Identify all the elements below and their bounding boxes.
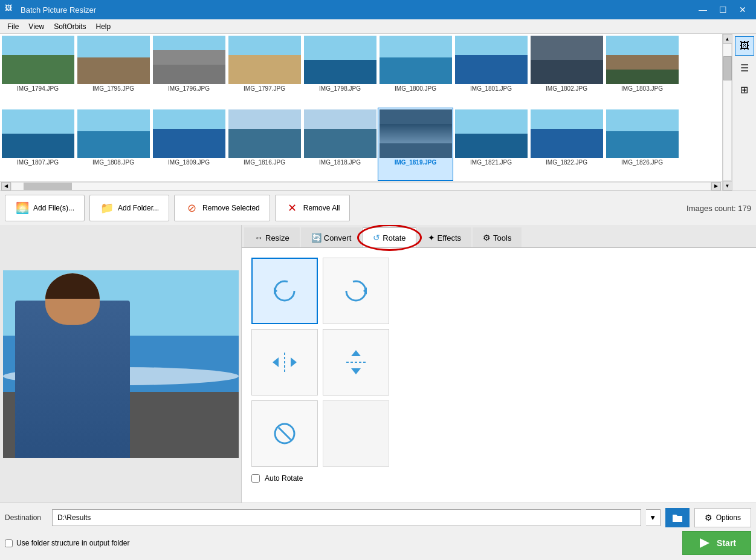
folder-structure-row: Use folder structure in output folder St… [5, 531, 751, 555]
thumb-IMG_1795[interactable]: IMG_1795.JPG [76, 34, 151, 108]
remove-rotation-button[interactable] [251, 400, 318, 467]
tab-convert[interactable]: 🔄 Convert [301, 227, 362, 247]
images-count: Images count: 179 [687, 204, 751, 213]
action-toolbar: 🌅 Add File(s)... 📁 Add Folder... ⊘ Remov… [0, 191, 756, 225]
thumb-label-1802: IMG_1802.JPG [531, 85, 603, 92]
grid-view-btn[interactable]: ⊞ [735, 80, 754, 99]
flip-horizontal-button[interactable] [251, 329, 318, 396]
convert-tab-icon: 🔄 [311, 233, 321, 243]
add-folder-button[interactable]: 📁 Add Folder... [89, 195, 169, 221]
destination-dropdown-btn[interactable]: ▼ [646, 509, 661, 526]
thumb-IMG_1808[interactable]: IMG_1808.JPG [76, 108, 151, 181]
tab-rotate[interactable]: ↺ Rotate [363, 227, 416, 247]
menu-file[interactable]: File [2, 21, 24, 32]
rotate-ccw-button[interactable] [251, 258, 318, 324]
thumb-img-1802 [531, 36, 603, 84]
menu-help[interactable]: Help [91, 21, 116, 32]
thumb-IMG_1809[interactable]: IMG_1809.JPG [151, 108, 227, 181]
scrollbar-track[interactable] [723, 44, 732, 181]
preview-panel [0, 225, 242, 503]
thumb-IMG_1801[interactable]: IMG_1801.JPG [453, 34, 529, 108]
options-button[interactable]: ⚙ Options [694, 508, 751, 527]
auto-rotate-label[interactable]: Auto Rotate [265, 474, 303, 483]
scrollbar-down-btn[interactable]: ▼ [723, 181, 732, 190]
thumb-label-1803: IMG_1803.JPG [606, 85, 679, 92]
thumb-IMG_1807[interactable]: IMG_1807.JPG [0, 108, 76, 181]
remove-all-button[interactable]: ✕ Remove All [275, 195, 351, 221]
add-files-button[interactable]: 🌅 Add File(s)... [5, 195, 85, 221]
thumb-IMG_1794[interactable]: IMG_1794.JPG [0, 34, 76, 108]
remove-selected-icon: ⊘ [184, 201, 199, 215]
resize-tab-icon: ↔ [254, 233, 263, 243]
thumb-label-1818: IMG_1818.JPG [304, 159, 376, 166]
thumb-IMG_1818[interactable]: IMG_1818.JPG [302, 108, 378, 181]
thumb-label-1796: IMG_1796.JPG [153, 85, 225, 92]
thumb-IMG_1796[interactable]: IMG_1796.JPG [151, 34, 227, 108]
add-files-label: Add File(s)... [33, 204, 74, 212]
tab-resize[interactable]: ↔ Resize [244, 227, 300, 247]
close-button[interactable]: ✕ [734, 4, 751, 15]
thumb-img-1822 [531, 109, 603, 158]
tab-tools[interactable]: ⚙ Tools [473, 227, 522, 247]
thumb-IMG_1826[interactable]: IMG_1826.JPG [604, 108, 680, 181]
thumb-label-1798: IMG_1798.JPG [304, 85, 376, 92]
scroll-right-btn[interactable]: ▶ [711, 182, 721, 190]
person-head [45, 273, 100, 325]
add-folder-icon: 📁 [100, 201, 114, 215]
effects-tab-icon: ✦ [428, 233, 435, 243]
flip-vertical-button[interactable] [323, 329, 389, 396]
thumb-label-1822: IMG_1822.JPG [531, 159, 603, 166]
remove-all-icon: ✕ [285, 201, 300, 215]
thumb-label-1800: IMG_1800.JPG [380, 85, 452, 92]
thumb-IMG_1822[interactable]: IMG_1822.JPG [529, 108, 604, 181]
thumb-IMG_1821[interactable]: IMG_1821.JPG [453, 108, 529, 181]
scroll-track[interactable] [11, 182, 711, 190]
scrollbar-up-btn[interactable]: ▲ [723, 34, 732, 44]
maximize-button[interactable]: ☐ [714, 4, 732, 15]
flip-horizontal-icon [270, 348, 299, 377]
thumb-IMG_1797[interactable]: IMG_1797.JPG [227, 34, 302, 108]
list-view-btn[interactable]: ☰ [735, 58, 754, 77]
titlebar: 🖼 Batch Picture Resizer — ☐ ✕ [0, 0, 756, 19]
menubar: File View SoftOrbits Help [0, 19, 756, 34]
thumbnail-view-btn[interactable]: 🖼 [735, 36, 754, 56]
rotate-tab-label: Rotate [383, 233, 405, 243]
folder-structure-label[interactable]: Use folder structure in output folder [16, 539, 129, 547]
thumb-IMG_1798[interactable]: IMG_1798.JPG [302, 34, 378, 108]
rotate-tab-icon: ↺ [373, 233, 380, 243]
minimize-button[interactable]: — [694, 4, 712, 15]
rotate-cw-icon [341, 276, 370, 305]
svg-point-0 [275, 281, 294, 301]
destination-input[interactable] [52, 509, 641, 526]
scroll-left-btn[interactable]: ◀ [1, 182, 11, 190]
bottom-bar: Destination ▼ ⚙ Options Use folder struc… [0, 503, 756, 560]
thumbnail-row-2: IMG_1807.JPG IMG_1808.JPG IMG_1809.JPG I… [0, 108, 722, 181]
start-button[interactable]: Start [682, 531, 751, 555]
thumb-IMG_1819[interactable]: IMG_1819.JPG [378, 108, 453, 181]
menu-softorbits[interactable]: SoftOrbits [49, 21, 91, 32]
auto-rotate-checkbox[interactable] [251, 474, 260, 483]
thumb-IMG_1816[interactable]: IMG_1816.JPG [227, 108, 302, 181]
thumb-img-1797 [228, 36, 301, 84]
browse-folder-btn[interactable] [665, 508, 690, 527]
rotate-cw-button[interactable] [323, 258, 389, 324]
thumb-label-1809: IMG_1809.JPG [153, 159, 225, 166]
rotate-buttons-grid [251, 258, 746, 467]
thumb-img-1807 [2, 109, 74, 158]
thumb-IMG_1802[interactable]: IMG_1802.JPG [529, 34, 604, 108]
tab-effects[interactable]: ✦ Effects [418, 227, 472, 247]
svg-marker-9 [351, 368, 361, 374]
horizontal-scrollbar: ◀ ▶ [0, 181, 722, 190]
thumb-IMG_1803[interactable]: IMG_1803.JPG [604, 34, 680, 108]
menu-view[interactable]: View [24, 21, 49, 32]
thumb-label-1795: IMG_1795.JPG [77, 85, 150, 92]
remove-selected-button[interactable]: ⊘ Remove Selected [174, 195, 270, 221]
folder-structure-checkbox[interactable] [5, 539, 13, 547]
svg-marker-8 [351, 350, 361, 356]
main-container: IMG_1794.JPG IMG_1795.JPG IMG_1796.JPG I… [0, 34, 756, 560]
gear-icon: ⚙ [705, 513, 712, 523]
thumb-img-1821 [455, 109, 528, 158]
flip-vertical-icon [341, 348, 370, 377]
thumb-IMG_1800[interactable]: IMG_1800.JPG [378, 34, 453, 108]
tools-tab-label: Tools [493, 233, 511, 243]
